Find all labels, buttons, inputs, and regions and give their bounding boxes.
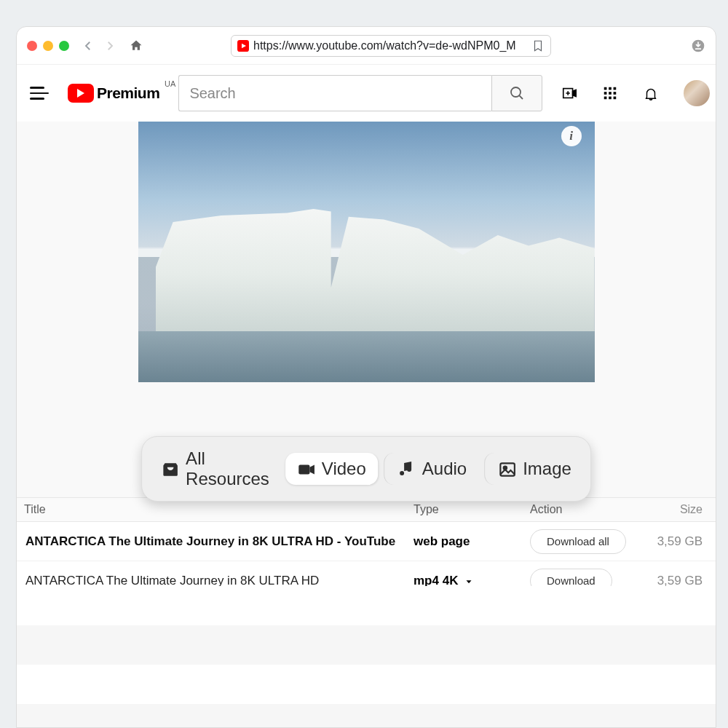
download-all-button[interactable]: Download all [530, 529, 626, 554]
tab-video[interactable]: Video [285, 453, 378, 485]
info-icon[interactable]: i [561, 126, 582, 146]
menu-button[interactable] [30, 84, 49, 103]
svg-rect-11 [609, 87, 612, 90]
svg-rect-12 [614, 87, 617, 90]
empty-rows [17, 586, 716, 727]
maximize-window-button[interactable] [59, 41, 69, 51]
svg-rect-18 [614, 97, 617, 100]
youtube-logo[interactable]: Premium UA [68, 84, 159, 103]
chevron-down-icon [464, 576, 474, 586]
home-button[interactable] [129, 39, 143, 53]
tab-image[interactable]: Image [484, 453, 583, 485]
notifications-button[interactable] [643, 85, 659, 101]
col-type: Type [414, 503, 530, 516]
minimize-window-button[interactable] [43, 41, 53, 51]
browser-window: https://www.youtube.com/watch?v=de-wdNPM… [16, 26, 716, 728]
back-button[interactable] [81, 39, 95, 53]
apps-button[interactable] [602, 85, 618, 101]
search-box [178, 75, 542, 111]
resources-table: Title Type Action Size ANTARCTICA The Ul… [17, 497, 716, 601]
image-icon [498, 460, 515, 478]
col-title: Title [24, 503, 414, 516]
header-actions [561, 80, 710, 106]
tab-audio[interactable]: Audio [384, 453, 478, 485]
logo-text: Premium [97, 84, 159, 102]
country-code: UA [165, 79, 175, 88]
music-icon [397, 460, 415, 478]
svg-rect-16 [604, 97, 607, 100]
page-content: Premium UA [17, 65, 716, 727]
address-bar[interactable]: https://www.youtube.com/watch?v=de-wdNPM… [231, 35, 551, 57]
search-button[interactable] [491, 75, 542, 111]
svg-rect-22 [500, 463, 515, 475]
create-button[interactable] [561, 85, 577, 101]
url-text: https://www.youtube.com/watch?v=de-wdNPM… [253, 39, 527, 52]
tab-label: Audio [422, 459, 467, 479]
forward-button[interactable] [103, 39, 117, 53]
svg-rect-14 [609, 92, 612, 95]
svg-line-5 [520, 95, 523, 99]
avatar[interactable] [684, 80, 710, 106]
youtube-play-icon [68, 84, 94, 103]
search-input[interactable] [178, 75, 491, 111]
resource-filter-tabs: All Resources Video Audio Image [141, 436, 591, 502]
row-action: Download all [530, 529, 646, 554]
svg-rect-17 [609, 97, 612, 100]
bookmark-icon[interactable] [531, 39, 545, 52]
tab-label: All Resources [186, 448, 269, 489]
row-size: 3,59 GB [646, 534, 708, 549]
downloads-button[interactable] [691, 39, 705, 53]
browser-toolbar: https://www.youtube.com/watch?v=de-wdNPM… [17, 27, 716, 65]
video-icon [297, 460, 314, 478]
close-window-button[interactable] [27, 41, 37, 51]
table-row: ANTARCTICA The Ultimate Journey in 8K UL… [17, 522, 716, 561]
tab-all-resources[interactable]: All Resources [149, 443, 281, 495]
row-type: web page [414, 534, 530, 549]
svg-rect-10 [604, 87, 607, 90]
window-controls [27, 41, 69, 51]
col-action: Action [530, 503, 646, 516]
row-title: ANTARCTICA The Ultimate Journey in 8K UL… [24, 534, 414, 549]
svg-marker-9 [573, 90, 577, 96]
svg-rect-20 [298, 465, 309, 475]
col-size: Size [646, 503, 708, 516]
youtube-header: Premium UA [17, 65, 716, 122]
svg-rect-13 [604, 92, 607, 95]
svg-point-4 [511, 87, 521, 97]
svg-rect-15 [614, 92, 617, 95]
svg-marker-19 [467, 580, 472, 583]
svg-marker-21 [309, 465, 314, 475]
site-favicon [237, 40, 249, 52]
tab-label: Image [523, 459, 571, 479]
tab-label: Video [322, 459, 366, 479]
inbox-icon [161, 460, 178, 478]
video-thumbnail[interactable]: i [138, 122, 595, 382]
